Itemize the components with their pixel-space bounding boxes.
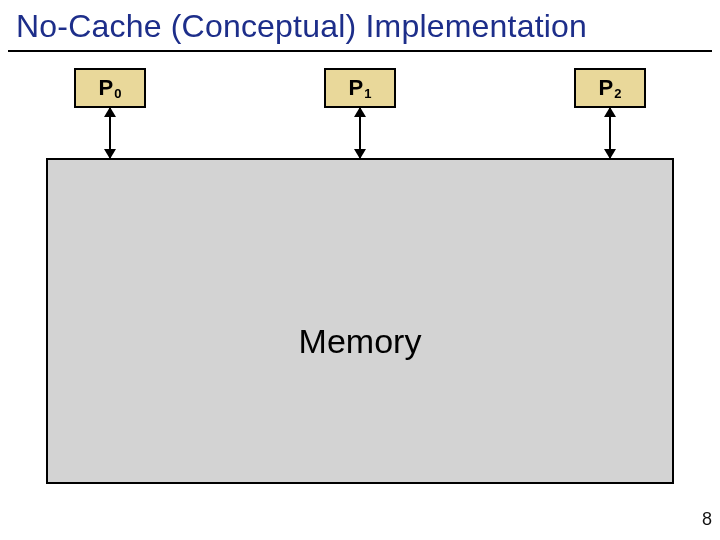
arrow-p0-memory xyxy=(109,108,111,158)
page-number: 8 xyxy=(702,509,712,530)
processor-label: P xyxy=(599,75,614,101)
arrow-p2-memory xyxy=(609,108,611,158)
memory-box: Memory xyxy=(46,158,674,484)
processor-label: P xyxy=(349,75,364,101)
processor-subscript: 1 xyxy=(364,86,371,101)
page-title: No-Cache (Conceptual) Implementation xyxy=(16,8,587,45)
memory-label: Memory xyxy=(299,322,422,361)
processor-subscript: 0 xyxy=(114,86,121,101)
processor-box-2: P2 xyxy=(574,68,646,108)
processor-box-0: P0 xyxy=(74,68,146,108)
processor-box-1: P1 xyxy=(324,68,396,108)
title-underline xyxy=(8,50,712,52)
processor-subscript: 2 xyxy=(614,86,621,101)
processor-label: P xyxy=(99,75,114,101)
arrow-p1-memory xyxy=(359,108,361,158)
